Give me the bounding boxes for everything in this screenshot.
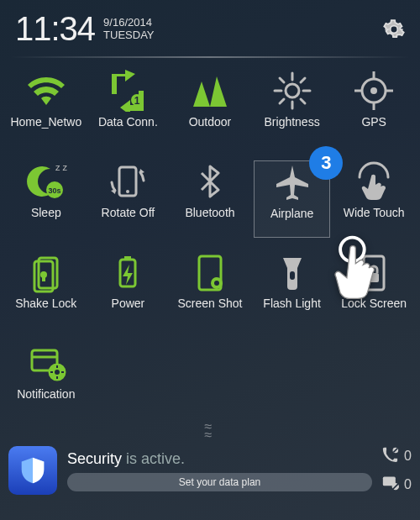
outdoor-icon [189, 70, 231, 112]
clock-time: 11:34 [15, 10, 95, 48]
settings-gear-icon[interactable] [383, 18, 405, 40]
toggle-label: Brightness [265, 115, 320, 129]
svg-line-7 [280, 78, 284, 82]
toggle-gps[interactable]: GPS [333, 70, 415, 147]
svg-rect-27 [124, 256, 131, 260]
toggle-label: Home_Netwo [10, 115, 81, 129]
flashlight-icon [271, 251, 313, 293]
svg-point-21 [126, 190, 129, 193]
toggle-label: Shake Lock [15, 297, 76, 310]
status-suffix-text: is active. [126, 450, 185, 467]
toggle-label: Airplane [270, 207, 313, 220]
brightness-icon [271, 70, 313, 112]
shakelock-icon [25, 251, 67, 293]
toggle-sleep[interactable]: 30sz zSleep [5, 160, 87, 238]
toggle-power[interactable]: Power [87, 251, 170, 328]
toggle-notification[interactable]: Notification [5, 342, 87, 419]
toggle-label: Bluetooth [185, 206, 234, 219]
toggle-label: Screen Shot [177, 297, 242, 310]
toggle-rotate[interactable]: Rotate Off [87, 160, 170, 238]
toggle-label: Power [112, 297, 145, 310]
svg-rect-44 [61, 371, 64, 373]
toggle-label: Data Conn. [98, 115, 158, 129]
svg-text:1: 1 [134, 95, 140, 107]
toggle-shakelock[interactable]: Shake Lock [5, 251, 87, 328]
day-text: TUESDAY [103, 29, 154, 41]
notification-counters: 0 0 [382, 446, 412, 495]
blocked-message-icon [382, 475, 399, 495]
data-plan-button[interactable]: Set your data plan [67, 473, 372, 491]
svg-text:z z: z z [55, 162, 67, 172]
svg-point-12 [370, 87, 377, 94]
svg-rect-43 [50, 371, 53, 373]
svg-rect-41 [56, 365, 58, 368]
toggle-flashlight[interactable]: Flash Light [251, 251, 333, 328]
toggle-wifi[interactable]: Home_Netwo [5, 70, 87, 147]
toggle-label: Notification [17, 387, 75, 401]
svg-point-2 [286, 84, 299, 97]
panel-drag-handle-icon[interactable]: ≈≈ [0, 423, 420, 439]
ongoing-notification-card[interactable]: Security is active. Set your data plan 0… [8, 446, 412, 495]
svg-rect-25 [42, 275, 45, 281]
widetouch-icon [353, 160, 395, 202]
bluetooth-icon [189, 160, 231, 202]
toggle-label: Rotate Off [102, 206, 155, 219]
power-icon [107, 251, 149, 293]
blocked-message-count: 0 [404, 477, 412, 492]
missed-call-icon [382, 446, 399, 466]
svg-rect-42 [56, 376, 58, 379]
svg-line-8 [301, 99, 305, 103]
status-header: 11:34 9/16/2014 TUESDAY [0, 0, 420, 56]
date-text: 9/16/2014 [103, 17, 154, 29]
missed-call-count: 0 [404, 449, 412, 464]
app-name-text: Security [67, 450, 122, 467]
rotate-icon [107, 160, 149, 202]
toggle-screenshot[interactable]: Screen Shot [169, 251, 251, 328]
toggle-label: Wide Touch [344, 206, 405, 219]
wifi-icon [25, 70, 67, 112]
svg-line-9 [301, 78, 305, 82]
toggle-label: Outdoor [189, 115, 232, 129]
toggle-outdoor[interactable]: Outdoor [169, 70, 251, 147]
screenshot-icon [189, 251, 231, 293]
touch-hand-cursor-icon [333, 235, 398, 323]
date-block: 9/16/2014 TUESDAY [103, 17, 154, 41]
svg-point-30 [214, 281, 219, 286]
toggle-label: GPS [361, 115, 386, 129]
svg-rect-31 [290, 271, 295, 280]
svg-text:30s: 30s [48, 186, 60, 195]
svg-line-10 [280, 99, 284, 103]
notification-title: Security is active. [67, 450, 372, 468]
airplane-icon [271, 161, 313, 203]
toggle-label: Flash Light [263, 297, 320, 310]
toggle-airplane[interactable]: Airplane3 [254, 160, 331, 238]
toggle-data[interactable]: 1Data Conn. [87, 70, 170, 147]
security-app-icon [8, 446, 57, 495]
notification-icon [25, 342, 67, 384]
toggle-widetouch[interactable]: Wide Touch [333, 160, 415, 238]
toggle-label: Sleep [31, 206, 61, 219]
sleep-icon: 30sz z [25, 160, 67, 202]
toggle-brightness[interactable]: Brightness [251, 70, 333, 147]
data-icon: 1 [107, 70, 149, 112]
gps-icon [353, 70, 395, 112]
toggle-bluetooth[interactable]: Bluetooth [169, 160, 251, 238]
svg-point-40 [55, 370, 60, 375]
